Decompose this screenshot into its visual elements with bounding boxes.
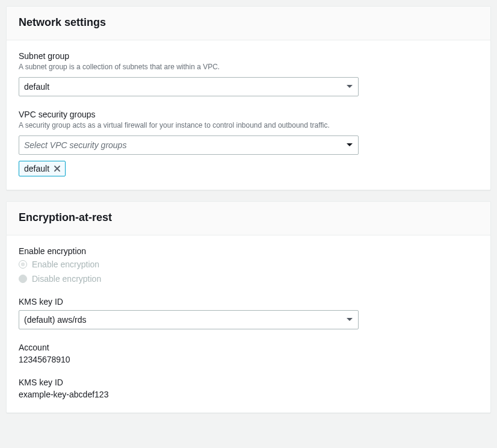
subnet-group-select[interactable]: default [19, 77, 359, 96]
vpc-security-groups-field: VPC security groups A security group act… [19, 110, 478, 176]
network-settings-panel: Network settings Subnet group A subnet g… [6, 6, 491, 190]
vpc-security-group-token-label: default [24, 164, 49, 173]
encryption-at-rest-title: Encryption-at-rest [19, 211, 478, 224]
kms-key-select-label: KMS key ID [19, 297, 478, 306]
account-label: Account [19, 343, 478, 352]
enable-encryption-field: Enable encryption Enable encryption Disa… [19, 246, 478, 284]
vpc-security-group-token: default [19, 161, 66, 176]
kms-key-id-label: KMS key ID [19, 378, 478, 387]
kms-key-select-field: KMS key ID (default) aws/rds [19, 297, 478, 329]
subnet-group-field: Subnet group A subnet group is a collect… [19, 51, 478, 96]
subnet-group-description: A subnet group is a collection of subnet… [19, 62, 478, 72]
subnet-group-label: Subnet group [19, 51, 478, 61]
vpc-security-groups-select[interactable]: Select VPC security groups [19, 135, 359, 155]
kms-key-select-value: (default) aws/rds [19, 310, 359, 329]
kms-key-id-field: KMS key ID example-key-abcdef123 [19, 378, 478, 399]
vpc-security-groups-label: VPC security groups [19, 110, 478, 119]
radio-unselected-icon [19, 275, 27, 283]
disable-encryption-option-label: Disable encryption [32, 274, 101, 284]
enable-encryption-label: Enable encryption [19, 246, 478, 256]
encryption-at-rest-panel: Encryption-at-rest Enable encryption Ena… [6, 201, 491, 413]
vpc-security-groups-description: A security group acts as a virtual firew… [19, 120, 478, 131]
kms-key-id-value: example-key-abcdef123 [19, 390, 478, 399]
network-settings-body: Subnet group A subnet group is a collect… [7, 40, 490, 190]
account-value: 12345678910 [19, 355, 478, 364]
radio-selected-icon [19, 260, 27, 269]
enable-encryption-option-label: Enable encryption [32, 260, 99, 269]
close-icon[interactable] [53, 164, 61, 173]
subnet-group-select-value: default [19, 77, 359, 96]
vpc-security-groups-placeholder: Select VPC security groups [19, 135, 359, 155]
disable-encryption-radio[interactable]: Disable encryption [19, 274, 478, 284]
network-settings-header: Network settings [7, 7, 490, 40]
encryption-at-rest-header: Encryption-at-rest [7, 202, 490, 235]
kms-key-select[interactable]: (default) aws/rds [19, 310, 359, 329]
enable-encryption-radio[interactable]: Enable encryption [19, 260, 478, 269]
account-field: Account 12345678910 [19, 343, 478, 364]
network-settings-title: Network settings [19, 16, 478, 29]
enable-encryption-radio-group: Enable encryption Disable encryption [19, 260, 478, 284]
encryption-at-rest-body: Enable encryption Enable encryption Disa… [7, 235, 490, 412]
vpc-security-groups-tokens: default [19, 161, 478, 176]
